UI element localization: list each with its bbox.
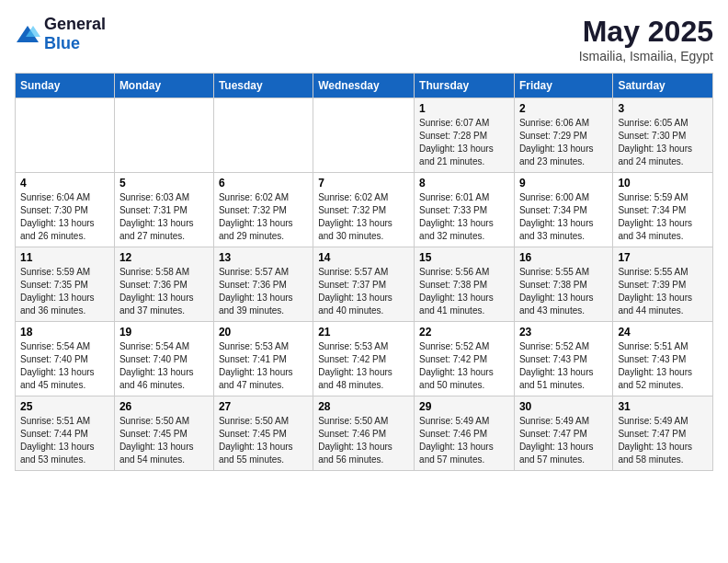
day-detail: Sunrise: 6:07 AM Sunset: 7:28 PM Dayligh…: [419, 117, 509, 168]
calendar-cell: [16, 98, 115, 173]
day-number: 30: [519, 400, 608, 413]
calendar-cell: 24Sunrise: 5:51 AM Sunset: 7:43 PM Dayli…: [613, 322, 713, 396]
day-detail: Sunrise: 5:57 AM Sunset: 7:36 PM Dayligh…: [219, 266, 308, 317]
week-row-4: 18Sunrise: 5:54 AM Sunset: 7:40 PM Dayli…: [16, 322, 713, 396]
week-row-3: 11Sunrise: 5:59 AM Sunset: 7:35 PM Dayli…: [16, 247, 713, 322]
day-number: 29: [419, 400, 509, 413]
day-detail: Sunrise: 5:52 AM Sunset: 7:43 PM Dayligh…: [519, 340, 608, 392]
subtitle: Ismailia, Ismailia, Egypt: [579, 49, 713, 63]
day-number: 4: [20, 177, 109, 190]
calendar-cell: 1Sunrise: 6:07 AM Sunset: 7:28 PM Daylig…: [415, 98, 515, 173]
day-detail: Sunrise: 5:49 AM Sunset: 7:47 PM Dayligh…: [618, 415, 708, 466]
calendar-cell: 10Sunrise: 5:59 AM Sunset: 7:34 PM Dayli…: [613, 173, 713, 247]
calendar-cell: 7Sunrise: 6:02 AM Sunset: 7:32 PM Daylig…: [313, 173, 415, 247]
day-detail: Sunrise: 5:53 AM Sunset: 7:42 PM Dayligh…: [318, 340, 409, 392]
calendar-cell: 30Sunrise: 5:49 AM Sunset: 7:47 PM Dayli…: [514, 396, 612, 471]
day-header-friday: Friday: [514, 74, 612, 98]
day-detail: Sunrise: 5:50 AM Sunset: 7:45 PM Dayligh…: [119, 415, 209, 466]
day-header-tuesday: Tuesday: [213, 74, 313, 98]
day-number: 11: [20, 251, 109, 264]
calendar-table: SundayMondayTuesdayWednesdayThursdayFrid…: [15, 73, 713, 471]
day-number: 18: [20, 326, 109, 339]
day-detail: Sunrise: 5:56 AM Sunset: 7:38 PM Dayligh…: [419, 266, 509, 317]
day-number: 6: [219, 177, 308, 190]
day-number: 2: [519, 102, 608, 115]
day-number: 5: [119, 177, 209, 190]
day-detail: Sunrise: 5:51 AM Sunset: 7:43 PM Dayligh…: [618, 340, 708, 392]
day-detail: Sunrise: 5:50 AM Sunset: 7:46 PM Dayligh…: [318, 415, 409, 466]
day-header-monday: Monday: [114, 74, 213, 98]
day-number: 9: [519, 177, 608, 190]
day-number: 20: [219, 326, 308, 339]
day-detail: Sunrise: 5:55 AM Sunset: 7:39 PM Dayligh…: [618, 266, 708, 317]
logo-blue: Blue: [44, 34, 80, 52]
day-number: 25: [20, 400, 109, 413]
day-number: 21: [318, 326, 409, 339]
calendar-cell: 25Sunrise: 5:51 AM Sunset: 7:44 PM Dayli…: [16, 396, 115, 471]
logo: General Blue: [15, 15, 106, 53]
calendar-cell: [313, 98, 415, 173]
calendar-cell: 5Sunrise: 6:03 AM Sunset: 7:31 PM Daylig…: [114, 173, 213, 247]
day-number: 24: [618, 326, 708, 339]
calendar-cell: 8Sunrise: 6:01 AM Sunset: 7:33 PM Daylig…: [415, 173, 515, 247]
calendar-cell: 21Sunrise: 5:53 AM Sunset: 7:42 PM Dayli…: [313, 322, 415, 396]
day-number: 19: [119, 326, 209, 339]
day-number: 12: [119, 251, 209, 264]
day-number: 27: [219, 400, 308, 413]
day-detail: Sunrise: 5:54 AM Sunset: 7:40 PM Dayligh…: [20, 340, 109, 392]
calendar-cell: 3Sunrise: 6:05 AM Sunset: 7:30 PM Daylig…: [613, 98, 713, 173]
calendar-cell: 27Sunrise: 5:50 AM Sunset: 7:45 PM Dayli…: [213, 396, 313, 471]
day-number: 15: [419, 251, 509, 264]
day-number: 3: [618, 102, 708, 115]
day-header-sunday: Sunday: [16, 74, 115, 98]
day-detail: Sunrise: 6:02 AM Sunset: 7:32 PM Dayligh…: [318, 191, 409, 243]
calendar-cell: 20Sunrise: 5:53 AM Sunset: 7:41 PM Dayli…: [213, 322, 313, 396]
day-detail: Sunrise: 5:50 AM Sunset: 7:45 PM Dayligh…: [219, 415, 308, 466]
day-number: 7: [318, 177, 409, 190]
day-detail: Sunrise: 5:59 AM Sunset: 7:35 PM Dayligh…: [20, 266, 109, 317]
month-title: May 2025: [579, 15, 713, 49]
calendar-cell: 22Sunrise: 5:52 AM Sunset: 7:42 PM Dayli…: [415, 322, 515, 396]
calendar-cell: [114, 98, 213, 173]
day-detail: Sunrise: 5:52 AM Sunset: 7:42 PM Dayligh…: [419, 340, 509, 392]
calendar-cell: 9Sunrise: 6:00 AM Sunset: 7:34 PM Daylig…: [514, 173, 612, 247]
day-detail: Sunrise: 6:05 AM Sunset: 7:30 PM Dayligh…: [618, 117, 708, 168]
calendar-header-row: SundayMondayTuesdayWednesdayThursdayFrid…: [16, 74, 713, 98]
day-detail: Sunrise: 5:49 AM Sunset: 7:46 PM Dayligh…: [419, 415, 509, 466]
calendar-cell: 17Sunrise: 5:55 AM Sunset: 7:39 PM Dayli…: [613, 247, 713, 322]
calendar-cell: 6Sunrise: 6:02 AM Sunset: 7:32 PM Daylig…: [213, 173, 313, 247]
day-detail: Sunrise: 6:00 AM Sunset: 7:34 PM Dayligh…: [519, 191, 608, 243]
calendar-cell: 28Sunrise: 5:50 AM Sunset: 7:46 PM Dayli…: [313, 396, 415, 471]
day-number: 17: [618, 251, 708, 264]
calendar-cell: 19Sunrise: 5:54 AM Sunset: 7:40 PM Dayli…: [114, 322, 213, 396]
day-number: 22: [419, 326, 509, 339]
logo-icon: [15, 24, 40, 44]
day-detail: Sunrise: 6:02 AM Sunset: 7:32 PM Dayligh…: [219, 191, 308, 243]
logo-general: General: [44, 15, 106, 33]
week-row-1: 1Sunrise: 6:07 AM Sunset: 7:28 PM Daylig…: [16, 98, 713, 173]
calendar-cell: 4Sunrise: 6:04 AM Sunset: 7:30 PM Daylig…: [16, 173, 115, 247]
calendar-cell: [213, 98, 313, 173]
calendar-cell: 15Sunrise: 5:56 AM Sunset: 7:38 PM Dayli…: [415, 247, 515, 322]
week-row-2: 4Sunrise: 6:04 AM Sunset: 7:30 PM Daylig…: [16, 173, 713, 247]
calendar-cell: 18Sunrise: 5:54 AM Sunset: 7:40 PM Dayli…: [16, 322, 115, 396]
day-detail: Sunrise: 5:51 AM Sunset: 7:44 PM Dayligh…: [20, 415, 109, 466]
day-number: 10: [618, 177, 708, 190]
calendar-cell: 23Sunrise: 5:52 AM Sunset: 7:43 PM Dayli…: [514, 322, 612, 396]
day-detail: Sunrise: 6:03 AM Sunset: 7:31 PM Dayligh…: [119, 191, 209, 243]
day-detail: Sunrise: 5:54 AM Sunset: 7:40 PM Dayligh…: [119, 340, 209, 392]
day-detail: Sunrise: 5:59 AM Sunset: 7:34 PM Dayligh…: [618, 191, 708, 243]
day-number: 28: [318, 400, 409, 413]
day-number: 1: [419, 102, 509, 115]
day-detail: Sunrise: 6:04 AM Sunset: 7:30 PM Dayligh…: [20, 191, 109, 243]
day-detail: Sunrise: 6:06 AM Sunset: 7:29 PM Dayligh…: [519, 117, 608, 168]
day-number: 23: [519, 326, 608, 339]
calendar-cell: 13Sunrise: 5:57 AM Sunset: 7:36 PM Dayli…: [213, 247, 313, 322]
day-detail: Sunrise: 5:58 AM Sunset: 7:36 PM Dayligh…: [119, 266, 209, 317]
day-header-saturday: Saturday: [613, 74, 713, 98]
calendar-cell: 12Sunrise: 5:58 AM Sunset: 7:36 PM Dayli…: [114, 247, 213, 322]
calendar-cell: 16Sunrise: 5:55 AM Sunset: 7:38 PM Dayli…: [514, 247, 612, 322]
calendar-cell: 11Sunrise: 5:59 AM Sunset: 7:35 PM Dayli…: [16, 247, 115, 322]
day-number: 14: [318, 251, 409, 264]
calendar-cell: 2Sunrise: 6:06 AM Sunset: 7:29 PM Daylig…: [514, 98, 612, 173]
